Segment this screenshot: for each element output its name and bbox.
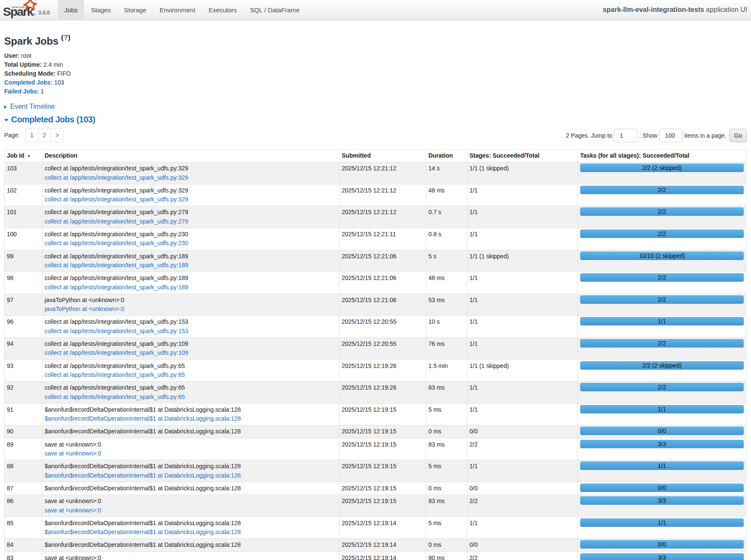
svg-text:Spark: Spark: [3, 5, 34, 18]
svg-text:TM: TM: [33, 14, 36, 16]
